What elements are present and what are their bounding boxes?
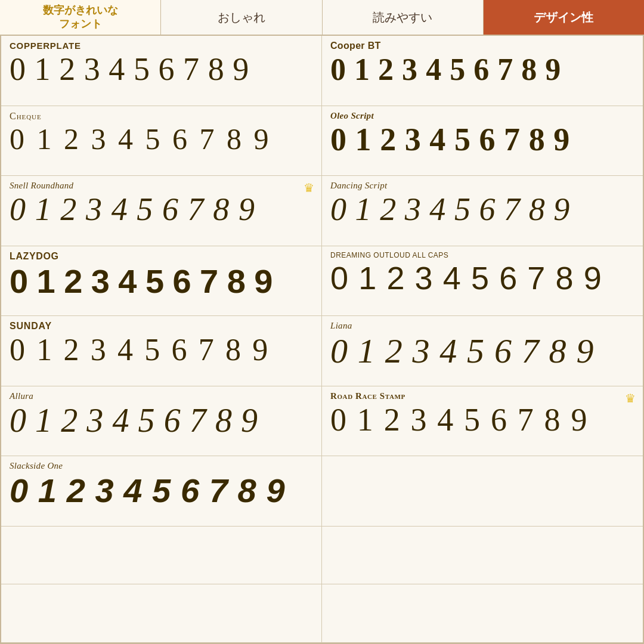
font-digits-allura: 0 1 2 3 4 5 6 7 8 9 (10, 402, 313, 439)
crown-icon-snell: ♛ (304, 181, 314, 195)
font-name-roadrace: Road Race Stamp (330, 391, 634, 401)
font-name-sunday: SUNDAY (10, 321, 313, 332)
font-name-lazydog: LAZYDOG (10, 251, 313, 262)
font-cell-allura: Allura 0 1 2 3 4 5 6 7 8 9 (1, 386, 322, 457)
font-cell-empty-5 (322, 584, 643, 643)
font-cell-liana: Liana 0 1 2 3 4 5 6 7 8 9 (322, 316, 643, 386)
font-cell-cheque: Cheque 0 1 2 3 4 5 6 7 8 9 (1, 106, 322, 177)
font-digits-slackside: 0 1 2 3 4 5 6 7 8 9 (10, 472, 313, 509)
font-grid: COPPERPLATE 0 1 2 3 4 5 6 7 8 9 Cooper B… (0, 36, 644, 644)
font-name-cheque: Cheque (10, 111, 313, 122)
tab-readable[interactable]: 読みやすい (323, 0, 484, 35)
font-cell-empty-3 (322, 527, 643, 585)
font-digits-dancing: 0 1 2 3 4 5 6 7 8 9 (330, 192, 634, 227)
font-name-slackside: Slackside One (10, 461, 313, 471)
font-digits-lazydog: 0 1 2 3 4 5 6 7 8 9 (10, 263, 313, 300)
font-cell-snell: ♛ Snell Roundhand 0 1 2 3 4 5 6 7 8 9 (1, 176, 322, 246)
font-digits-snell: 0 1 2 3 4 5 6 7 8 9 (10, 192, 313, 227)
font-cell-lazydog: LAZYDOG 0 1 2 3 4 5 6 7 8 9 (1, 246, 322, 317)
font-cell-empty-2 (1, 527, 322, 585)
page-wrapper: 数字がきれいなフォント おしゃれ 読みやすい デザイン性 COPPERPLATE… (0, 0, 644, 644)
font-digits-cooperbt: 0 1 2 3 4 5 6 7 8 9 (330, 52, 634, 86)
tab-beautiful-numbers[interactable]: 数字がきれいなフォント (0, 0, 161, 35)
font-cell-dancing: Dancing Script 0 1 2 3 4 5 6 7 8 9 (322, 176, 643, 246)
font-name-liana: Liana (330, 321, 634, 331)
font-name-dreaming: DREAMING OUTLOUD ALL CAPS (330, 251, 634, 259)
font-digits-oleoscript: 0 1 2 3 4 5 6 7 8 9 (330, 122, 634, 157)
tab-label-2: 読みやすい (373, 10, 432, 26)
font-cell-dreaming: DREAMING OUTLOUD ALL CAPS 0 1 2 3 4 5 6 … (322, 246, 643, 317)
tab-bar: 数字がきれいなフォント おしゃれ 読みやすい デザイン性 (0, 0, 644, 36)
font-name-allura: Allura (10, 391, 313, 401)
font-name-cooperbt: Cooper BT (330, 41, 634, 51)
font-name-copperplate: COPPERPLATE (10, 41, 313, 51)
font-digits-dreaming: 0 1 2 3 4 5 6 7 8 9 (330, 261, 634, 296)
font-digits-cheque: 0 1 2 3 4 5 6 7 8 9 (10, 123, 313, 156)
font-cell-roadrace: ♛ Road Race Stamp 0 1 2 3 4 5 6 7 8 9 (322, 386, 643, 457)
tab-label-1: おしゃれ (218, 10, 265, 26)
font-digits-sunday: 0 1 2 3 4 5 6 7 8 9 (10, 333, 313, 367)
tab-stylish[interactable]: おしゃれ (161, 0, 322, 35)
crown-icon-roadrace: ♛ (625, 391, 636, 405)
font-cell-empty-4 (1, 584, 322, 643)
font-digits-copperplate: 0 1 2 3 4 5 6 7 8 9 (10, 52, 313, 87)
font-cell-copperplate: COPPERPLATE 0 1 2 3 4 5 6 7 8 9 (1, 36, 322, 106)
font-name-oleoscript: Oleo Script (330, 111, 634, 121)
font-cell-cooperbt: Cooper BT 0 1 2 3 4 5 6 7 8 9 (322, 36, 643, 106)
font-cell-empty-1 (322, 456, 643, 527)
font-name-dancing: Dancing Script (330, 181, 634, 191)
font-digits-liana: 0 1 2 3 4 5 6 7 8 9 (330, 332, 634, 370)
font-cell-sunday: SUNDAY 0 1 2 3 4 5 6 7 8 9 (1, 316, 322, 386)
tab-label-3: デザイン性 (534, 10, 593, 26)
font-cell-oleoscript: Oleo Script 0 1 2 3 4 5 6 7 8 9 (322, 106, 643, 177)
tab-label-0: 数字がきれいなフォント (43, 4, 118, 32)
font-cell-slackside: Slackside One 0 1 2 3 4 5 6 7 8 9 (1, 456, 322, 527)
font-name-snell: Snell Roundhand (10, 181, 313, 191)
font-digits-roadrace: 0 1 2 3 4 5 6 7 8 9 (330, 402, 634, 438)
tab-design[interactable]: デザイン性 (484, 0, 644, 35)
